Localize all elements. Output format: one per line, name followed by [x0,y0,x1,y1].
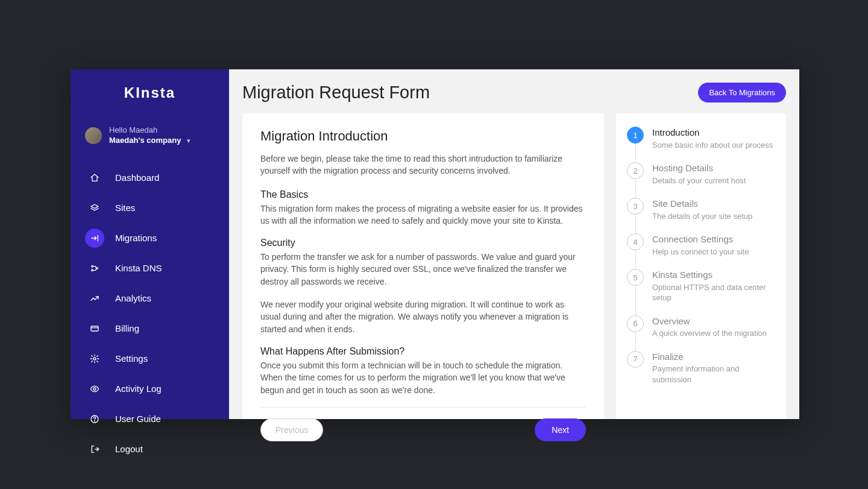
step-number: 3 [627,198,644,215]
step-number: 5 [627,269,644,286]
brand-logo: KInsta [71,84,229,101]
step-description: Details of your current host [652,175,775,186]
page-header: Migration Request Form Back To Migration… [229,69,799,113]
section-body: Once you submit this form a technician w… [260,359,586,396]
sidebar-item-label: Sites [115,203,135,213]
sidebar-item-user-guide[interactable]: User Guide [71,404,229,434]
svg-point-9 [95,421,95,421]
step-title: Connection Settings [652,233,775,245]
svg-rect-4 [91,326,98,331]
sidebar: KInsta Hello Maedah Maedah's company ▾ D… [71,69,229,419]
logout-icon [85,440,104,459]
step-item[interactable]: 1IntroductionSome basic info about our p… [627,127,775,162]
sidebar-item-label: Logout [115,444,143,454]
gear-icon [85,349,104,368]
dns-icon [85,259,104,278]
sidebar-item-logout[interactable]: Logout [71,434,229,464]
step-title: Finalize [652,351,775,363]
step-description: The details of your site setup [652,211,775,222]
step-connector [635,250,636,270]
sidebar-item-label: Settings [115,353,148,364]
step-title: Kinsta Settings [652,269,775,281]
step-item[interactable]: 5Kinsta SettingsOptional HTTPS and data … [627,269,775,315]
svg-marker-0 [91,204,98,209]
card-icon [85,319,104,338]
sidebar-item-label: Migrations [115,233,157,243]
step-item[interactable]: 7FinalizePayment information and submiss… [627,351,775,385]
sidebar-item-analytics[interactable]: Analytics [71,283,229,314]
step-number: 2 [627,162,644,179]
card-title: Migration Introduction [260,128,586,144]
back-to-migrations-button[interactable]: Back To Migrations [698,83,786,103]
avatar [85,127,102,144]
sidebar-item-label: User Guide [115,414,161,424]
user-greeting: Hello Maedah [109,125,190,136]
section-body: To perform the transfer we ask for a num… [260,251,586,288]
main-content: Migration Request Form Back To Migration… [229,69,799,419]
step-number: 6 [627,315,644,332]
step-title: Introduction [652,127,775,139]
app-frame: KInsta Hello Maedah Maedah's company ▾ D… [71,69,799,419]
sidebar-item-label: Dashboard [115,172,159,183]
step-title: Overview [652,315,775,327]
sidebar-item-kinsta-dns[interactable]: Kinsta DNS [71,253,229,283]
step-description: Some basic info about our process [652,140,775,151]
intro-card: Migration Introduction Before we begin, … [242,113,604,419]
company-name: Maedah's company [109,136,181,145]
step-title: Site Details [652,198,775,210]
sidebar-item-dashboard[interactable]: Dashboard [71,163,229,193]
step-item[interactable]: 4Connection SettingsHelp us connect to y… [627,233,775,269]
sidebar-item-sites[interactable]: Sites [71,193,229,223]
sidebar-item-billing[interactable]: Billing [71,314,229,344]
step-number: 7 [627,351,644,368]
step-description: A quick overview of the migration [652,328,775,339]
svg-point-7 [93,388,96,390]
next-button[interactable]: Next [535,418,586,441]
section-heading: The Basics [260,189,586,200]
sidebar-item-label: Activity Log [115,383,162,394]
svg-point-6 [93,358,96,360]
layers-icon [85,198,104,218]
sidebar-item-migrations[interactable]: Migrations [71,223,229,253]
step-item[interactable]: 2Hosting DetailsDetails of your current … [627,162,775,198]
step-connector [635,332,636,352]
step-title: Hosting Details [652,162,775,174]
step-connector [635,144,636,163]
sidebar-item-label: Billing [115,323,139,333]
sidebar-item-label: Analytics [115,293,151,303]
step-connector [635,215,636,235]
sidebar-item-label: Kinsta DNS [115,263,162,273]
section-heading: Security [260,238,586,248]
step-item[interactable]: 3Site DetailsThe details of your site se… [627,198,775,233]
eye-icon [85,379,104,399]
sidebar-item-settings[interactable]: Settings [71,344,229,374]
migrate-icon [85,229,104,248]
intro-paragraph: Before we begin, please take the time to… [260,153,586,177]
previous-button[interactable]: Previous [260,418,323,441]
help-icon [85,409,104,429]
chevron-down-icon: ▾ [187,137,190,144]
primary-nav: DashboardSitesMigrationsKinsta DNSAnalyt… [71,163,229,464]
sidebar-item-activity-log[interactable]: Activity Log [71,374,229,404]
section-body: This migration form makes the process of… [260,203,586,227]
section-body: We never modify your original website du… [260,298,586,335]
step-description: Payment information and submission [652,364,775,385]
home-icon [85,168,104,188]
step-description: Help us connect to your site [652,247,775,257]
chart-icon [85,289,104,308]
step-connector [635,286,636,317]
step-number: 1 [627,127,644,144]
step-list: 1IntroductionSome basic info about our p… [616,113,786,419]
step-description: Optional HTTPS and data center setup [652,282,775,303]
step-connector [635,179,636,199]
page-title: Migration Request Form [242,83,430,103]
step-item[interactable]: 6OverviewA quick overview of the migrati… [627,315,775,351]
account-switcher[interactable]: Hello Maedah Maedah's company ▾ [71,125,229,163]
step-number: 4 [627,233,644,250]
section-heading: What Happens After Submission? [260,346,586,357]
wizard-nav: Previous Next [260,407,586,441]
